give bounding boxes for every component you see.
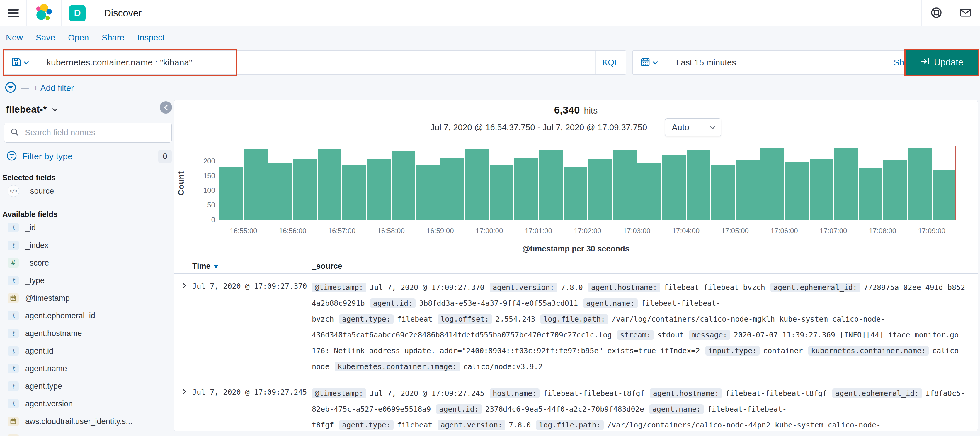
index-pattern-selector[interactable]: filebeat-* — [0, 100, 176, 115]
histogram-bar[interactable] — [563, 167, 587, 220]
field-value: 2378d4c6-9ea5-44f0-a2c2-70b9f483d02e — [485, 405, 644, 414]
field-key-badge: agent.hostname: — [650, 388, 722, 398]
field-item[interactable]: tagent.version — [0, 395, 176, 412]
histogram-bar[interactable] — [244, 149, 267, 220]
nav-share-link[interactable]: Share — [102, 33, 124, 43]
expand-document-button[interactable] — [174, 279, 192, 375]
hits-summary: 6,340 hits — [174, 104, 978, 116]
histogram-bar[interactable] — [342, 164, 366, 220]
date-quick-select-button[interactable] — [633, 51, 665, 74]
histogram-bar[interactable] — [367, 159, 391, 220]
field-label: agent.hostname — [25, 329, 82, 338]
histogram-bar[interactable] — [932, 170, 956, 220]
field-item[interactable]: tagent.ephemeral_id — [0, 307, 176, 324]
field-item[interactable]: tagent.id — [0, 342, 176, 360]
table-row[interactable]: Jul 7, 2020 @ 17:09:27.245@timestamp:Jul… — [174, 380, 978, 431]
histogram-bar[interactable] — [613, 150, 636, 220]
histogram-bar[interactable] — [908, 148, 932, 220]
field-key-badge: agent.name: — [583, 299, 638, 308]
chevron-down-icon — [710, 124, 715, 129]
document-timestamp: Jul 7, 2020 @ 17:09:27.245 — [192, 385, 312, 431]
histogram-bar[interactable] — [514, 158, 538, 220]
histogram-bar[interactable] — [662, 155, 686, 220]
histogram-bar[interactable] — [269, 163, 292, 220]
histogram-bar[interactable] — [539, 150, 563, 220]
update-button[interactable]: Update — [905, 50, 978, 75]
field-item-source[interactable]: </> _source — [0, 182, 176, 200]
search-field-names-input[interactable] — [24, 128, 165, 137]
field-key-badge: kubernetes.container.name: — [808, 346, 929, 356]
saved-query-menu-button[interactable] — [5, 51, 35, 74]
hamburger-menu-icon[interactable] — [8, 9, 19, 17]
histogram-chart[interactable] — [219, 146, 956, 220]
histogram-bar[interactable] — [465, 149, 489, 220]
nav-new-link[interactable]: New — [6, 33, 23, 43]
histogram-bar[interactable] — [441, 158, 464, 220]
logo-section[interactable] — [27, 0, 62, 26]
time-column-header[interactable]: Time — [192, 262, 312, 271]
discover-app-icon: D — [69, 5, 86, 21]
field-item[interactable]: tagent.name — [0, 360, 176, 377]
field-label: agent.ephemeral_id — [25, 311, 95, 320]
newsfeed-button[interactable] — [951, 0, 980, 26]
histogram-bar[interactable] — [810, 159, 834, 220]
index-pattern-name: filebeat-* — [6, 104, 46, 115]
y-axis: 050100150200 — [189, 146, 215, 220]
query-input[interactable]: kubernetes.container.name : "kibana" — [35, 51, 595, 74]
x-axis-tick-label: 16:57:00 — [328, 227, 355, 235]
histogram-bar[interactable] — [859, 168, 882, 220]
histogram-bar[interactable] — [883, 160, 907, 220]
histogram-bar[interactable] — [760, 148, 784, 220]
table-row[interactable]: Jul 7, 2020 @ 17:09:27.370@timestamp:Jul… — [174, 274, 978, 380]
string-field-type-icon: t — [8, 364, 19, 373]
histogram-bar[interactable] — [687, 150, 710, 220]
filter-icon[interactable] — [5, 81, 16, 94]
histogram-bar[interactable] — [490, 166, 514, 220]
field-item[interactable]: @timestamp — [0, 289, 176, 307]
histogram-bar[interactable] — [736, 160, 760, 220]
date-field-type-icon — [8, 417, 19, 426]
x-axis-tick-label: 17:04:00 — [672, 227, 700, 235]
filter-by-type-button[interactable]: Filter by type 0 — [6, 150, 172, 163]
x-axis-title: @timestamp per 30 seconds — [174, 244, 978, 254]
field-item[interactable]: #_score — [0, 254, 176, 272]
histogram-bar[interactable] — [637, 163, 661, 220]
elastic-logo — [34, 3, 54, 24]
field-value: filebeat-filebeat-t8fgf — [543, 389, 644, 398]
histogram-bar[interactable] — [785, 162, 809, 220]
field-item[interactable]: t_type — [0, 272, 176, 289]
collapse-sidebar-button[interactable] — [160, 101, 172, 113]
field-value: 3b8fdd3a-e53e-4a37-9ff4-e0f55a3cd011 — [419, 299, 578, 308]
histogram-bar[interactable] — [293, 159, 317, 220]
field-value: filebeat — [397, 315, 432, 323]
nav-open-link[interactable]: Open — [68, 33, 89, 43]
available-fields-heading: Available fields — [0, 200, 176, 219]
histogram-bar[interactable] — [318, 149, 341, 220]
field-item[interactable]: tagent.type — [0, 377, 176, 395]
histogram-bar[interactable] — [588, 159, 612, 220]
nav-save-link[interactable]: Save — [36, 33, 55, 43]
field-item[interactable]: aws.cloudtrail.user_identity.s... — [0, 412, 176, 430]
field-item[interactable]: t_index — [0, 236, 176, 254]
menu-section[interactable] — [0, 0, 27, 26]
field-value: filebeat-filebeat-bvzch — [664, 283, 765, 292]
help-lifering-icon — [931, 7, 942, 20]
histogram-bar[interactable] — [834, 148, 858, 220]
histogram-bar[interactable] — [219, 167, 243, 220]
query-language-button[interactable]: KQL — [595, 51, 626, 74]
field-item[interactable]: t_id — [0, 219, 176, 236]
histogram-bar[interactable] — [711, 165, 735, 220]
field-item[interactable]: azure.auditlogs.properties.ac... — [0, 430, 176, 436]
help-button[interactable] — [921, 0, 951, 26]
field-label: aws.cloudtrail.user_identity.s... — [25, 417, 132, 426]
interval-select[interactable]: Auto — [665, 118, 721, 136]
app-section[interactable]: D — [62, 0, 94, 26]
field-item[interactable]: tagent.hostname — [0, 324, 176, 342]
expand-document-button[interactable] — [174, 385, 192, 431]
time-range-value[interactable]: Last 15 minutes — [665, 58, 736, 67]
histogram-bar[interactable] — [416, 165, 440, 220]
nav-inspect-link[interactable]: Inspect — [137, 33, 165, 43]
document-table-header: Time _source — [174, 259, 978, 274]
add-filter-button[interactable]: + Add filter — [33, 83, 74, 93]
histogram-bar[interactable] — [391, 150, 415, 220]
